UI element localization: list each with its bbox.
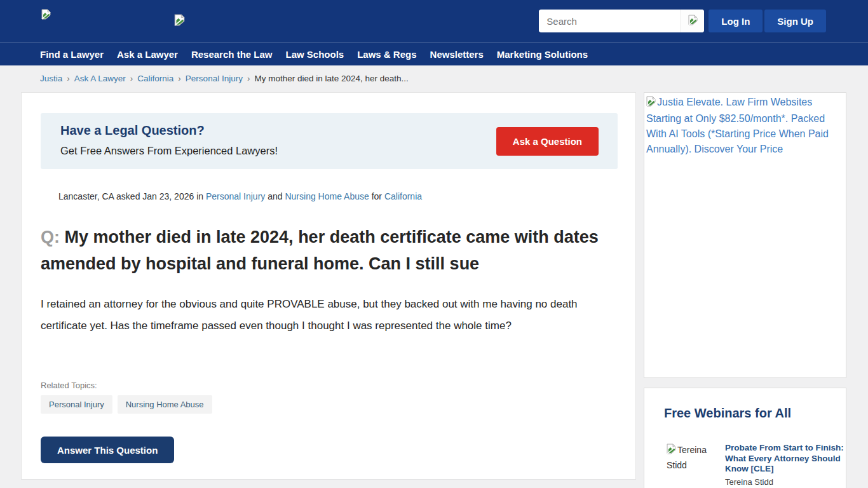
breadcrumb-justia[interactable]: Justia xyxy=(40,74,62,83)
topic-chip-personal-injury[interactable]: Personal Injury xyxy=(41,395,112,414)
topic-chip-nursing-home-abuse[interactable]: Nursing Home Abuse xyxy=(118,395,212,414)
question-title: Q: My mother died in late 2024, her deat… xyxy=(41,224,613,277)
nav-newsletters[interactable]: Newsletters xyxy=(430,49,484,60)
webinar-item-text: Probate From Start to Finish: What Every… xyxy=(725,443,844,487)
breadcrumb-separator: › xyxy=(130,74,133,83)
nav-research-the-law[interactable]: Research the Law xyxy=(191,49,273,60)
question-meta-for: for xyxy=(372,191,382,201)
main-nav: Find a Lawyer Ask a Lawyer Research the … xyxy=(0,42,868,65)
question-meta-asked-text: Lancaster, CA asked Jan 23, 2026 in xyxy=(58,191,203,201)
question-title-text: My mother died in late 2024, her death c… xyxy=(41,227,599,273)
question-meta-and: and xyxy=(268,191,282,201)
ask-a-question-button[interactable]: Ask a Question xyxy=(496,127,599,156)
nav-ask-a-lawyer[interactable]: Ask a Lawyer xyxy=(117,49,178,60)
webinars-card: Free Webinars for All Tereina Stidd Prob… xyxy=(644,388,846,488)
cta-subtitle: Get Free Answers From Experienced Lawyer… xyxy=(60,145,278,157)
search-input[interactable] xyxy=(539,10,681,32)
site-header: Log In Sign Up Find a Lawyer Ask a Lawye… xyxy=(0,0,868,65)
meta-topic-link-personal-injury[interactable]: Personal Injury xyxy=(206,191,265,201)
nav-marketing-solutions[interactable]: Marketing Solutions xyxy=(497,49,588,60)
related-topics-label: Related Topics: xyxy=(41,381,97,390)
signup-button[interactable]: Sign Up xyxy=(764,10,826,32)
search-box xyxy=(539,10,704,32)
breadcrumb-california[interactable]: California xyxy=(137,74,173,83)
answer-this-question-button[interactable]: Answer This Question xyxy=(41,437,174,463)
search-broken-image-icon xyxy=(688,15,698,27)
secondary-logo-broken-image-icon[interactable] xyxy=(174,14,185,29)
question-body: I retained an attorney for the obvious a… xyxy=(41,294,622,337)
breadcrumb-separator: › xyxy=(247,74,250,83)
meta-topic-link-nursing-home-abuse[interactable]: Nursing Home Abuse xyxy=(285,191,369,201)
webinar-author: Tereina Stidd xyxy=(725,477,844,487)
question-main-card: Have a Legal Question? Get Free Answers … xyxy=(21,92,636,480)
justia-logo-broken-image-icon[interactable] xyxy=(41,9,51,22)
webinars-heading: Free Webinars for All xyxy=(664,406,791,421)
nav-law-schools[interactable]: Law Schools xyxy=(285,49,344,60)
question-meta: Lancaster, CA asked Jan 23, 2026 in Pers… xyxy=(58,191,422,201)
ad-broken-image-icon xyxy=(646,96,656,111)
webinar-thumb-broken-image-icon xyxy=(667,444,676,458)
nav-find-a-lawyer[interactable]: Find a Lawyer xyxy=(40,49,104,60)
cta-title: Have a Legal Question? xyxy=(60,123,205,138)
meta-state-link-california[interactable]: California xyxy=(384,191,422,201)
breadcrumb-separator: › xyxy=(178,74,181,83)
justia-elevate-ad-link[interactable]: Justia Elevate. Law Firm Websites Starti… xyxy=(646,97,829,154)
related-topics-chips: Personal Injury Nursing Home Abuse xyxy=(41,395,212,414)
breadcrumb-current-page: My mother died in late 2024, her death..… xyxy=(254,74,408,83)
header-actions: Log In Sign Up xyxy=(539,10,826,32)
legal-question-cta-box: Have a Legal Question? Get Free Answers … xyxy=(41,113,618,169)
sidebar-ad-card: Justia Elevate. Law Firm Websites Starti… xyxy=(644,92,846,378)
webinar-thumbnail[interactable]: Tereina Stidd xyxy=(667,443,716,487)
breadcrumb-ask-a-lawyer[interactable]: Ask A Lawyer xyxy=(74,74,126,83)
search-button[interactable] xyxy=(681,10,704,32)
header-top-row: Log In Sign Up xyxy=(0,0,868,42)
webinar-title-link[interactable]: Probate From Start to Finish: What Every… xyxy=(725,443,844,475)
ad-alt-text: Justia Elevate. Law Firm Websites Starti… xyxy=(646,97,829,154)
breadcrumb: Justia › Ask A Lawyer › California › Per… xyxy=(40,74,409,83)
nav-laws-and-regs[interactable]: Laws & Regs xyxy=(357,49,416,60)
breadcrumb-separator: › xyxy=(67,74,70,83)
question-q-prefix: Q: xyxy=(41,227,60,247)
login-button[interactable]: Log In xyxy=(709,10,763,32)
webinar-list-item: Tereina Stidd Probate From Start to Fini… xyxy=(667,443,839,487)
breadcrumb-personal-injury[interactable]: Personal Injury xyxy=(186,74,243,83)
